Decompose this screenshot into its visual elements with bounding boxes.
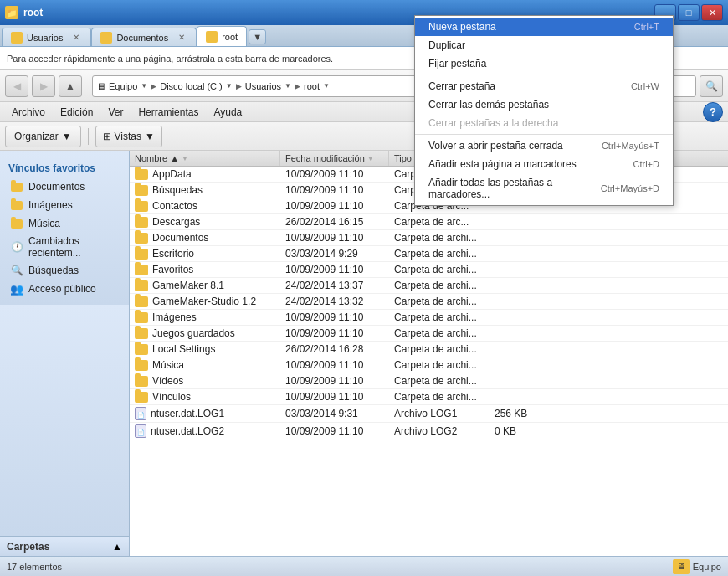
table-row[interactable]: GameMaker-Studio 1.224/02/2014 13:32Carp… [130,294,728,310]
file-name: Documentos [152,232,208,244]
context-menu-item[interactable]: Añadir todas las pestañas a marcadores..… [415,173,673,203]
table-row[interactable]: Local Settings26/02/2014 16:28Carpeta de… [130,342,728,357]
file-name: AppData [152,168,192,180]
file-name: Imágenes [152,311,197,323]
file-size [490,252,556,255]
file-date: 03/03/2014 9:31 [280,406,389,421]
file-date: 10/09/2009 11:10 [280,262,389,277]
context-menu-item[interactable]: Nueva pestañaCtrl+T [415,18,673,36]
context-menu-item-label: Fijar pestaña [428,58,486,69]
menu-archivo[interactable]: Archivo [5,105,52,120]
folder-icon [135,249,148,260]
file-type: Archivo LOG2 [389,424,490,439]
table-row[interactable]: GameMaker 8.124/02/2014 13:37Carpeta de … [130,278,728,294]
sidebar-item-busquedas[interactable]: 🔍 Búsquedas [2,261,127,280]
file-date: 10/09/2009 11:10 [280,183,389,198]
context-menu-item[interactable]: Cerrar pestañaCtrl+W [415,77,673,95]
address-icon: 🖥 [96,81,105,91]
folder-icon [135,392,148,403]
sidebar: Vínculos favoritos Documentos Imágenes M… [0,151,130,305]
table-row[interactable]: Escritorio03/03/2014 9:29Carpeta de arch… [130,246,728,262]
tab-close-button[interactable]: ✕ [70,32,82,44]
file-date: 10/09/2009 11:10 [280,230,389,245]
header-chevron: ▼ [182,155,188,162]
table-row[interactable]: 📄ntuser.dat.LOG210/09/2009 11:10Archivo … [130,423,728,440]
up-button[interactable]: ▲ [59,75,82,97]
table-row[interactable]: Juegos guardados10/09/2009 11:10Carpeta … [130,326,728,342]
back-button[interactable]: ◀ [5,75,28,97]
sidebar-item-label: Búsquedas [28,265,79,276]
table-row[interactable]: Vínculos10/09/2009 11:10Carpeta de archi… [130,389,728,405]
organize-button[interactable]: Organizar ▼ [5,126,81,147]
file-type: Carpeta de archi... [389,342,490,357]
sidebar-item-recientes[interactable]: 🕐 Cambiados recientem... [2,233,127,261]
file-size: 256 KB [490,406,556,421]
main-layout: Vínculos favoritos Documentos Imágenes M… [0,151,728,556]
file-type: Carpeta de archi... [389,310,490,325]
file-size [490,395,556,399]
table-row[interactable]: Descargas26/02/2014 16:15Carpeta de arc.… [130,214,728,230]
address-chevron: ▼ [283,82,293,90]
close-button[interactable]: ✕ [701,4,723,21]
folder-icon [135,280,148,291]
file-type: Carpeta de archi... [389,294,490,309]
sidebar-item-acceso-publico[interactable]: 👥 Acceso público [2,280,127,298]
file-size [490,284,556,287]
sidebar-item-documentos[interactable]: Documentos [2,177,127,196]
table-row[interactable]: Música10/09/2009 11:10Carpeta de archi..… [130,357,728,373]
context-menu-item-label: Cerrar pestaña [428,80,495,92]
header-fecha[interactable]: Fecha modificación ▼ [280,151,389,166]
context-menu-item[interactable]: Duplicar [415,36,673,54]
folder-icon [10,198,23,212]
file-type: Carpeta de archi... [389,246,490,261]
search-button[interactable]: 🔍 [700,75,723,97]
table-row[interactable]: 📄ntuser.dat.LOG103/03/2014 9:31Archivo L… [130,405,728,423]
context-menu-shortcut: Ctrl+W [631,81,659,91]
context-menu-item[interactable]: Añadir esta página a marcadoresCtrl+D [415,155,673,173]
new-tab-button[interactable]: ▼ [249,29,266,44]
header-nombre[interactable]: Nombre ▲ ▼ [130,151,280,166]
file-icon: 📄 [135,424,146,438]
sidebar-item-imagenes[interactable]: Imágenes [2,196,127,214]
status-bar: 17 elementos 🖥 Equipo [0,556,728,576]
table-row[interactable]: Vídeos10/09/2009 11:10Carpeta de archi..… [130,373,728,389]
file-date: 10/09/2009 11:10 [280,326,389,341]
file-type: Carpeta de archi... [389,278,490,293]
sidebar-item-label: Imágenes [28,199,73,211]
menu-ver[interactable]: Ver [101,105,130,120]
sidebar-item-label: Cambiados recientem... [28,235,119,259]
tab-folder-icon [11,32,23,44]
tab-documentos[interactable]: Documentos ✕ [91,28,197,46]
context-menu-item[interactable]: Volver a abrir pestaña cerradaCtrl+Mayús… [415,136,673,155]
forward-button[interactable]: ▶ [32,75,55,97]
table-row[interactable]: Imágenes10/09/2009 11:10Carpeta de archi… [130,310,728,326]
table-row[interactable]: Documentos10/09/2009 11:10Carpeta de arc… [130,230,728,246]
carpetas-collapse-icon[interactable]: ▲ [112,541,122,553]
menu-ayuda[interactable]: Ayuda [207,105,249,120]
menu-edicion[interactable]: Edición [54,105,100,120]
table-row[interactable]: Favoritos10/09/2009 11:10Carpeta de arch… [130,262,728,278]
file-name: GameMaker-Studio 1.2 [152,296,256,307]
file-size [490,220,556,224]
clock-icon: 🕐 [10,240,23,254]
file-name: Búsquedas [152,184,203,196]
sidebar-item-musica[interactable]: Música [2,214,127,233]
maximize-button[interactable]: □ [678,4,700,21]
help-button[interactable]: ? [703,102,723,122]
context-menu-item[interactable]: Fijar pestaña [415,54,673,73]
file-type: Carpeta de archi... [389,357,490,373]
folder-icon [135,312,148,323]
tab-usuarios[interactable]: Usuarios ✕ [2,28,91,46]
address-segment-label: Disco local (C:) [160,81,223,91]
file-size [490,236,556,239]
file-date: 10/09/2009 11:10 [280,357,389,373]
status-count: 17 elementos [7,562,62,572]
tab-folder-icon [100,32,112,44]
file-rows: AppData10/09/2009 11:10Carpeta de arc...… [130,167,728,440]
tab-close-button[interactable]: ✕ [176,32,187,44]
context-menu-item[interactable]: Cerrar las demás pestañas [415,95,673,114]
tab-root[interactable]: root [197,26,247,46]
file-date: 10/09/2009 11:10 [280,389,389,404]
views-button[interactable]: ⊞ Vistas ▼ [95,126,162,147]
menu-herramientas[interactable]: Herramientas [131,105,205,120]
